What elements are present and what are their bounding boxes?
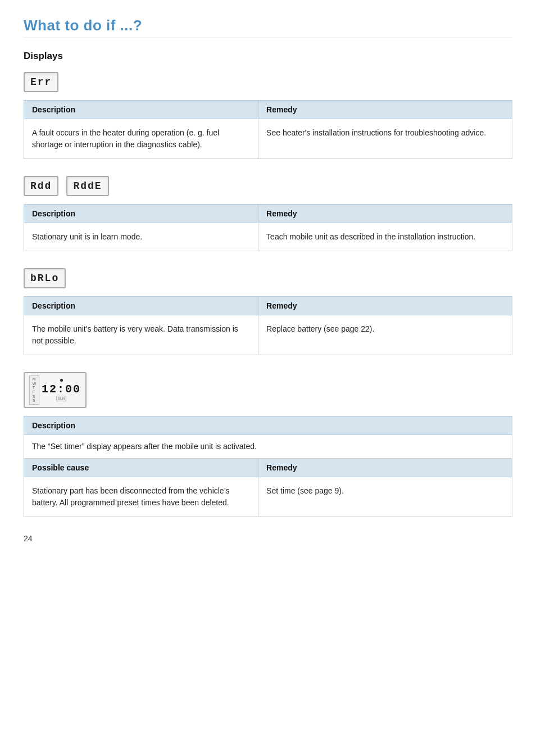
err-col-remedy: Remedy [258,101,512,119]
clock-remedy: Set time (see page 9). [258,477,512,517]
clock-desc-row: The “Set timer” display appears after th… [24,435,512,459]
section-displays-title: Displays [24,51,512,62]
add-display: Rdd [24,176,58,196]
clock-side-left: MWTFSS [29,375,39,405]
add-table: Description Remedy Stationary unit is in… [24,204,512,251]
clock-main-area: 12:00 SUN [42,379,81,401]
err-col-description: Description [24,101,258,119]
clock-cause-remedy-headers: Possible cause Remedy [24,459,512,477]
table-row: Stationary part has been disconnected fr… [24,477,512,517]
clock-sublabel: SUN [56,396,67,401]
err-display: Err [24,72,58,92]
err-remedy: See heater's installation instructions f… [258,119,512,159]
page-title: What to do if ...? [24,17,512,34]
balo-table: Description Remedy The mobile unit's bat… [24,296,512,355]
clock-desc-header: Description [24,417,512,435]
clock-col-remedy: Remedy [258,459,512,477]
add-desc: Stationary unit is in learn mode. [24,223,258,251]
err-desc: A fault occurs in the heater during oper… [24,119,258,159]
balo-col-remedy: Remedy [258,297,512,315]
clock-time: 12:00 [42,383,81,396]
table-row: The mobile unit's battery is very weak. … [24,315,512,355]
page-number: 24 [24,534,512,543]
clock-sub: SUN [56,396,67,401]
add-col-description: Description [24,205,258,223]
clock-dot [60,379,63,382]
clock-table: Description The “Set timer” display appe… [24,416,512,517]
clock-section: MWTFSS 12:00 SUN Description The “Set ti… [24,372,512,517]
table-row: Stationary unit is in learn mode. Teach … [24,223,512,251]
balo-desc: The mobile unit's battery is very weak. … [24,315,258,355]
clock-col-cause: Possible cause [24,459,258,477]
clock-desc-text: The “Set timer” display appears after th… [24,435,512,459]
table-row: A fault occurs in the heater during oper… [24,119,512,159]
adde-display: RddE [66,176,108,196]
title-divider [24,38,512,38]
err-table: Description Remedy A fault occurs in the… [24,100,512,159]
add-display-row: Rdd RddE [24,176,512,196]
clock-display-widget: MWTFSS 12:00 SUN [24,372,87,408]
balo-remedy: Replace battery (see page 22). [258,315,512,355]
balo-section: bRLo Description Remedy The mobile unit'… [24,268,512,355]
balo-col-description: Description [24,297,258,315]
err-section: Err Description Remedy A fault occurs in… [24,72,512,159]
add-col-remedy: Remedy [258,205,512,223]
add-remedy: Teach mobile unit as described in the in… [258,223,512,251]
clock-cause: Stationary part has been disconnected fr… [24,477,258,517]
balo-display: bRLo [24,268,66,288]
add-section: Rdd RddE Description Remedy Stationary u… [24,176,512,251]
